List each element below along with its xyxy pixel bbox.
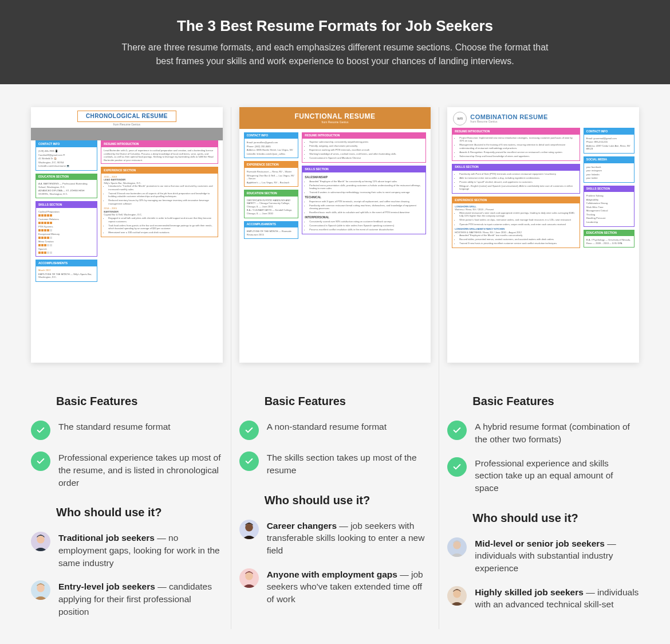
- svg-point-4: [454, 541, 462, 549]
- page-subtitle: There are three resume formats, and each…: [117, 41, 553, 68]
- badge-acc: ACCOMPLISHMENTS: [245, 222, 298, 228]
- thumb-combination: WR COMBINATION RESUME from Resume Genius…: [447, 107, 639, 363]
- col-chronological: CHRONOLOGICAL RESUME from Resume Genius …: [23, 107, 231, 629]
- col-combination: WR COMBINATION RESUME from Resume Genius…: [439, 107, 647, 629]
- check-icon: [447, 457, 467, 477]
- check-icon: [447, 421, 467, 440]
- thumb-avatar: WR: [453, 112, 467, 125]
- badge-skills: SKILLS SECTION: [36, 202, 97, 208]
- who-heading: Who should use it?: [472, 512, 639, 525]
- thumb-chronological: CHRONOLOGICAL RESUME from Resume Genius …: [31, 107, 223, 363]
- badge-edu: EDUCATION SECTION: [584, 230, 634, 237]
- page-header: The 3 Best Resume Formats for Job Seeker…: [0, 0, 670, 84]
- svg-point-1: [37, 584, 45, 592]
- who-item: Entry-level job seekers — candidates app…: [31, 580, 223, 618]
- thumb-title: FUNCTIONAL RESUME: [239, 113, 431, 121]
- badge-skills: SKILLS SECTION: [452, 164, 579, 171]
- who-item: Traditional job seekers — no employment …: [31, 532, 223, 569]
- badge-contact: CONTACT INFO: [584, 128, 634, 135]
- badge-skills-list: SKILLS SECTION: [584, 186, 634, 193]
- svg-point-5: [454, 590, 462, 598]
- badge-exp: EXPERIENCE SECTION: [101, 167, 217, 174]
- avatar-icon: [447, 586, 467, 606]
- thumb-sub: from Resume Genius: [239, 121, 431, 124]
- feature-item: Professional experience and skills secti…: [447, 457, 639, 494]
- thumb-sub: from Resume Genius: [470, 120, 547, 124]
- who-item: Anyone with employment gaps — job seeker…: [239, 568, 431, 606]
- svg-point-3: [245, 572, 253, 580]
- avatar-icon: [447, 537, 467, 557]
- check-icon: [31, 451, 50, 471]
- who-item: Career changers — job seekers with trans…: [239, 520, 431, 557]
- avatar-icon: [239, 520, 259, 539]
- badge-contact: CONTACT INFO: [245, 133, 298, 139]
- badge-accomp: ACCOMPLISHMENTS: [36, 260, 97, 266]
- badge-edu: EDUCATION SECTION: [245, 190, 298, 197]
- check-icon: [239, 451, 259, 471]
- thumb-functional: FUNCTIONAL RESUME from Resume Genius CON…: [239, 107, 431, 363]
- svg-point-0: [37, 536, 45, 544]
- badge-education: EDUCATION SECTION: [36, 174, 97, 180]
- avatar-icon: [31, 580, 50, 600]
- features-heading: Basic Features: [265, 395, 431, 408]
- feature-item: Professional experience takes up most of…: [31, 451, 223, 489]
- svg-point-2: [245, 523, 253, 531]
- feature-item: A non-standard resume format: [239, 421, 431, 440]
- avatar-icon: [31, 532, 50, 551]
- format-columns: CHRONOLOGICAL RESUME from Resume Genius …: [0, 84, 670, 644]
- badge-skills: SKILLS SECTION: [302, 166, 425, 172]
- features-heading: Basic Features: [472, 395, 639, 408]
- badge-exp: EXPERIENCE SECTION: [452, 197, 579, 203]
- who-heading: Who should use it?: [265, 494, 431, 507]
- col-functional: FUNCTIONAL RESUME from Resume Genius CON…: [231, 107, 439, 629]
- badge-exp: EXPERIENCE SECTION: [245, 162, 298, 168]
- thumb-sub: from Resume Genius: [31, 123, 223, 127]
- badge-intro: RESUME INTRODUCTION: [101, 141, 217, 147]
- who-heading: Who should use it?: [56, 506, 223, 519]
- feature-item: The standard resume format: [31, 421, 223, 440]
- who-item: Mid-level or senior job seekers — indivi…: [447, 537, 639, 575]
- feature-item: The skills section takes up most of the …: [239, 451, 431, 476]
- who-item: Highly skilled job seekers — individuals…: [447, 586, 639, 611]
- thumb-title: CHRONOLOGICAL RESUME: [77, 111, 176, 122]
- check-icon: [31, 421, 50, 440]
- badge-intro: RESUME INTRODUCTION: [452, 128, 579, 135]
- badge-intro: RESUME INTRODUCTION: [302, 133, 425, 139]
- page-title: The 3 Best Resume Formats for Job Seeker…: [11, 17, 659, 35]
- feature-item: A hybrid resume format (combination of t…: [447, 421, 639, 445]
- check-icon: [239, 421, 259, 440]
- features-heading: Basic Features: [56, 395, 223, 408]
- avatar-icon: [239, 568, 259, 588]
- badge-contact: CONTACT INFO: [36, 141, 97, 147]
- badge-social: SOCIAL MEDIA: [584, 157, 634, 163]
